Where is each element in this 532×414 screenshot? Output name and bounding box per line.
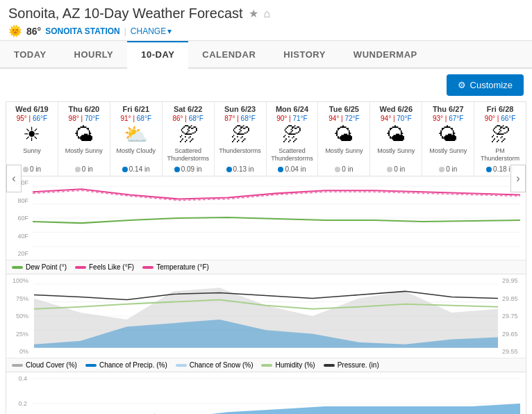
legend-color xyxy=(142,266,153,269)
legend-label: Humidity (%) xyxy=(275,361,315,369)
legend-label: Feels Like (°F) xyxy=(89,263,134,271)
day-description: Scattered Thunderstorms xyxy=(268,147,317,163)
home-icon[interactable]: ⌂ xyxy=(264,8,271,20)
header: Sonoita, AZ 10-Day Weather Forecast ★ ⌂ … xyxy=(0,0,532,69)
day-description: Scattered Thunderstorms xyxy=(164,147,213,163)
station-link[interactable]: SONOITA STATION xyxy=(45,26,120,36)
customize-button[interactable]: ⚙ Customize xyxy=(447,74,524,96)
day-column[interactable]: Wed 6/26 94° | 70°F 🌤 Mostly Sunny 0 in xyxy=(370,102,422,176)
day-description: Mostly Sunny xyxy=(372,147,420,163)
toolbar: ⚙ Customize xyxy=(0,69,532,101)
day-label: Fri 6/28 xyxy=(476,105,524,113)
prev-arrow[interactable]: ‹ xyxy=(6,165,22,192)
day-column[interactable]: Mon 6/24 90° | 71°F ⛈ Scattered Thunders… xyxy=(267,102,319,176)
tab-wundermap[interactable]: WUNDERMAP xyxy=(340,41,431,67)
humidity-chart: 100% 75% 50% 25% 0% 29.95 29.85 29.75 29… xyxy=(6,274,526,372)
day-temps: 86° | 68°F xyxy=(164,115,213,122)
day-label: Wed 6/26 xyxy=(372,105,420,113)
day-label: Thu 6/27 xyxy=(424,105,472,113)
tab-calendar[interactable]: CALENDAR xyxy=(188,41,269,67)
day-description: Mostly Sunny xyxy=(319,147,368,163)
page-title: Sonoita, AZ 10-Day Weather Forecast xyxy=(8,6,243,22)
legend-item: Dew Point (°) xyxy=(12,263,67,271)
precip-row: 0 in xyxy=(319,165,368,173)
svg-marker-15 xyxy=(33,404,520,414)
day-temps: 94° | 72°F xyxy=(319,115,368,122)
precip-value: 0 in xyxy=(82,165,93,173)
precip-dot xyxy=(226,167,232,172)
weather-icon: ⛈ xyxy=(268,125,317,144)
legend-label: Cloud Cover (%) xyxy=(26,361,77,369)
day-temps: 95° | 66°F xyxy=(8,115,56,122)
precip-row: 0.04 in xyxy=(268,165,317,173)
day-label: Sun 6/23 xyxy=(216,105,265,113)
day-temps: 93° | 67°F xyxy=(424,115,472,122)
chevron-down-icon: ▾ xyxy=(167,26,172,36)
forecast-scroll: Wed 6/19 95° | 66°F ☀ Sunny 0 in Thu 6/2… xyxy=(6,102,526,176)
weather-icon: 🌤 xyxy=(372,125,420,144)
tab-history[interactable]: HISTORY xyxy=(269,41,340,67)
precip-value: 0 in xyxy=(394,165,405,173)
precip-row: 0.14 in xyxy=(112,165,160,173)
tab-today[interactable]: TODAY xyxy=(0,41,60,67)
day-label: Wed 6/19 xyxy=(8,105,56,113)
chart2-legend: Cloud Cover (%)Chance of Precip. (%)Chan… xyxy=(6,358,526,372)
weather-icon: ⛅ xyxy=(112,125,160,144)
precip-row: 0.09 in xyxy=(164,165,213,173)
day-description: Sunny xyxy=(8,147,56,163)
forecast-container: ‹ Wed 6/19 95° | 66°F ☀ Sunny 0 in Thu 6… xyxy=(6,101,526,176)
weather-icon: ⛈ xyxy=(164,125,213,144)
precip-value: 0 in xyxy=(342,165,353,173)
change-link[interactable]: CHANGE ▾ xyxy=(131,26,172,36)
legend-color xyxy=(12,364,23,367)
legend-color xyxy=(12,266,23,269)
tab-hourly[interactable]: HOURLY xyxy=(60,41,128,67)
day-temps: 91° | 68°F xyxy=(112,115,160,122)
day-column[interactable]: Sun 6/23 87° | 68°F ⛈ Thunderstorms 0.13… xyxy=(215,102,267,176)
precip-row: 0 in xyxy=(60,165,108,173)
weather-icon: ⛈ xyxy=(476,125,524,144)
weather-icon: 🌤 xyxy=(319,125,368,144)
day-column[interactable]: Tue 6/25 94° | 72°F 🌤 Mostly Sunny 0 in xyxy=(318,102,370,176)
legend-item: Humidity (%) xyxy=(261,361,315,369)
nav-tabs-container: TODAYHOURLY10-DAYCALENDARHISTORYWUNDERMA… xyxy=(0,41,532,69)
day-temps: 90° | 71°F xyxy=(268,115,317,122)
legend-item: Cloud Cover (%) xyxy=(12,361,77,369)
day-temps: 90° | 66°F xyxy=(476,115,524,122)
precip-value: 0.04 in xyxy=(285,165,306,173)
weather-icon: 🌤 xyxy=(60,125,108,144)
legend-color xyxy=(85,364,97,367)
precip-value: 0.13 in xyxy=(233,165,254,173)
precip-value: 0 in xyxy=(30,165,41,173)
next-arrow[interactable]: › xyxy=(510,165,526,192)
tab-10day[interactable]: 10-DAY xyxy=(127,41,188,69)
precip-row: 0 in xyxy=(372,165,420,173)
day-column[interactable]: Sat 6/22 86° | 68°F ⛈ Scattered Thunders… xyxy=(163,102,215,176)
precip-chart: 0.4 0.2 0.0 Precip. Accum. Total (in)Hou… xyxy=(6,372,526,414)
star-icon[interactable]: ★ xyxy=(249,7,258,20)
legend-label: Dew Point (°) xyxy=(26,263,67,271)
divider: | xyxy=(124,26,126,36)
day-description: Mostly Cloudy xyxy=(112,147,160,163)
legend-item: Pressure. (in) xyxy=(324,361,379,369)
day-temps: 98° | 70°F xyxy=(60,115,108,122)
legend-color xyxy=(75,266,86,269)
day-description: Mostly Sunny xyxy=(60,147,108,163)
precip-dot xyxy=(23,167,28,172)
precip-value: 0 in xyxy=(446,165,457,173)
day-temps: 87° | 68°F xyxy=(216,115,265,122)
sun-small-icon: 🌞 xyxy=(8,24,22,38)
legend-item: Chance of Precip. (%) xyxy=(85,361,167,369)
day-description: Mostly Sunny xyxy=(424,147,472,163)
precip-dot xyxy=(174,167,180,172)
day-column[interactable]: Fri 6/21 91° | 68°F ⛅ Mostly Cloudy 0.14… xyxy=(110,102,163,176)
day-column[interactable]: Thu 6/20 98° | 70°F 🌤 Mostly Sunny 0 in xyxy=(58,102,110,176)
legend-color xyxy=(176,364,187,367)
day-column[interactable]: Thu 6/27 93° | 67°F 🌤 Mostly Sunny 0 in xyxy=(422,102,474,176)
precip-row: 0 in xyxy=(424,165,472,173)
precip-dot xyxy=(439,167,444,172)
day-description: Thunderstorms xyxy=(216,147,265,163)
legend-label: Chance of Precip. (%) xyxy=(99,361,167,369)
gear-icon: ⚙ xyxy=(458,80,466,90)
legend-label: Pressure. (in) xyxy=(338,361,379,369)
